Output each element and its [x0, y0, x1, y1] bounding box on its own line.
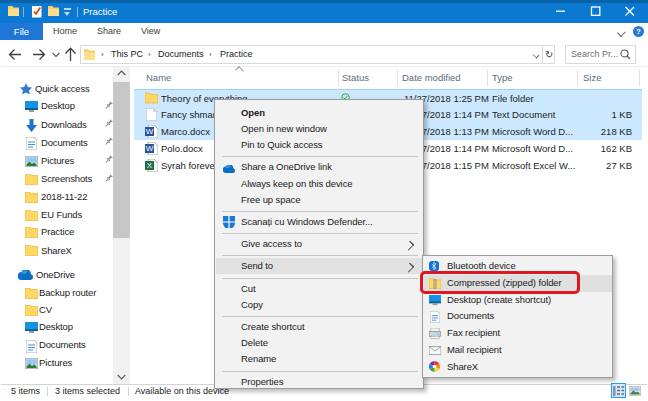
svg-text:W: W [146, 127, 154, 136]
svg-text:X: X [147, 161, 153, 170]
svg-text:W: W [146, 144, 154, 153]
